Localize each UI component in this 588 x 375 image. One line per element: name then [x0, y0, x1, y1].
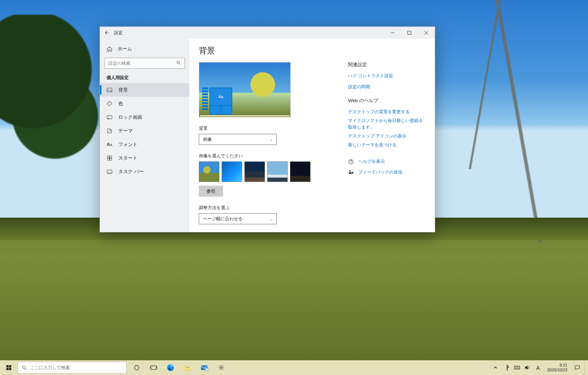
themes-icon: [107, 128, 112, 134]
system-tray: A 9:21 2020/10/23: [494, 360, 588, 375]
task-view-button[interactable]: [146, 360, 162, 375]
start-button[interactable]: [0, 360, 18, 375]
clock-date: 2020/10/23: [547, 368, 567, 372]
palette-icon: [107, 101, 112, 107]
nav-label: テーマ: [118, 128, 133, 134]
category-label: 個人用設定: [100, 69, 189, 83]
back-arrow-icon: [104, 30, 109, 35]
svg-rect-13: [107, 172, 112, 174]
titlebar: 設定: [100, 27, 435, 39]
settings-window: 設定 ホーム 個人用設定 背景: [100, 26, 435, 232]
svg-rect-9: [110, 156, 112, 158]
clock[interactable]: 9:21 2020/10/23: [545, 363, 570, 372]
svg-rect-8: [107, 156, 109, 158]
related-panel: 関連設定 ハイ コントラスト設定 設定の同期 Web のヘルプ デスクトップの背…: [348, 45, 425, 225]
link-sync-settings[interactable]: 設定の同期: [348, 83, 425, 90]
background-label: 背景: [199, 125, 348, 132]
clock-time: 9:21: [547, 363, 567, 368]
edge-icon: [166, 364, 175, 372]
fit-label: 調整方法を選ぶ: [199, 205, 348, 211]
browse-button[interactable]: 参照: [199, 186, 223, 197]
ime-indicator[interactable]: A: [535, 365, 541, 371]
mail-icon: 1: [200, 364, 208, 371]
svg-point-16: [349, 170, 351, 172]
image-thumb-2[interactable]: [222, 161, 242, 182]
fit-dropdown[interactable]: ページ幅に合わせる ⌄: [199, 213, 277, 224]
close-icon: [424, 31, 428, 35]
svg-rect-7: [108, 118, 109, 118]
svg-point-5: [110, 102, 111, 103]
nav-label: フォント: [118, 141, 137, 148]
taskbar: ここに入力して検索 1 A 9:21 2020/10/23: [0, 360, 588, 375]
nav-themes[interactable]: テーマ: [100, 124, 189, 138]
notification-icon: [574, 365, 580, 371]
explorer-button[interactable]: [179, 360, 196, 375]
volume-icon[interactable]: [524, 365, 531, 370]
svg-point-30: [220, 367, 222, 369]
mail-button[interactable]: 1: [196, 360, 212, 375]
cortana-button[interactable]: [129, 360, 145, 375]
page-heading: 背景: [199, 45, 348, 56]
dropdown-value: ページ幅に合わせる: [203, 216, 243, 222]
background-type-dropdown[interactable]: 画像 ⌄: [199, 134, 277, 145]
home-button[interactable]: ホーム: [100, 42, 189, 56]
taskbar-search[interactable]: ここに入力して検索: [18, 362, 126, 374]
svg-rect-31: [514, 366, 520, 369]
svg-point-15: [351, 162, 351, 163]
nav-start[interactable]: スタート: [100, 151, 189, 165]
task-view-icon: [150, 365, 157, 371]
nav-fonts[interactable]: AA フォント: [100, 138, 189, 151]
svg-point-3: [108, 103, 109, 104]
start-icon: [107, 156, 112, 161]
image-thumb-5[interactable]: [290, 161, 311, 182]
nav-label: スタート: [118, 155, 137, 161]
cortana-icon: [133, 364, 140, 371]
edge-button[interactable]: [162, 360, 179, 375]
tray-overflow-button[interactable]: [494, 366, 500, 369]
battery-icon[interactable]: [504, 365, 510, 370]
get-help-link[interactable]: ヘルプを表示: [348, 158, 425, 165]
maximize-button[interactable]: [401, 27, 418, 39]
choose-image-label: 画像を選んでください: [199, 153, 348, 159]
windows-logo-icon: [6, 365, 12, 371]
minimize-button[interactable]: [384, 27, 401, 39]
show-desktop-button[interactable]: [584, 360, 587, 375]
image-thumbnails: [199, 161, 348, 182]
link-change-bg[interactable]: デスクトップの背景を変更する: [348, 108, 425, 115]
nav-label: ロック画面: [118, 114, 142, 121]
taskbar-search-placeholder: ここに入力して検索: [30, 365, 70, 371]
settings-search-input[interactable]: [104, 58, 185, 69]
action-center-button[interactable]: [573, 360, 581, 375]
image-thumb-4[interactable]: [267, 161, 288, 182]
nav-lockscreen[interactable]: ロック画面: [100, 110, 189, 124]
link-find-themes[interactable]: 新しいテーマを見つける: [348, 142, 425, 148]
svg-rect-25: [184, 367, 191, 370]
web-help-heading: Web のヘルプ: [348, 97, 425, 104]
svg-rect-11: [110, 158, 112, 160]
gear-icon: [218, 364, 225, 371]
nav-label: 色: [118, 100, 123, 107]
folder-icon: [184, 364, 191, 371]
link-high-contrast[interactable]: ハイ コントラスト設定: [348, 72, 425, 79]
feedback-label: フィードバックの送信: [358, 169, 402, 175]
image-thumb-3[interactable]: [244, 161, 265, 182]
taskbar-icon: [107, 169, 112, 175]
feedback-icon: [348, 169, 354, 175]
settings-taskbar-button[interactable]: [213, 360, 229, 375]
search-icon: [22, 365, 27, 371]
close-button[interactable]: [418, 27, 435, 39]
image-thumb-1[interactable]: [199, 161, 219, 182]
svg-rect-0: [408, 31, 411, 35]
preview-aa: Aa: [210, 88, 232, 105]
feedback-link[interactable]: フィードバックの送信: [348, 169, 425, 175]
svg-rect-19: [6, 368, 8, 370]
network-icon[interactable]: [514, 365, 521, 370]
nav-background[interactable]: 背景: [100, 83, 189, 97]
nav-taskbar[interactable]: タスク バー: [100, 165, 189, 178]
svg-text:1: 1: [206, 368, 207, 371]
link-daily-wallpaper[interactable]: マイクロソフトから毎日新しい壁紙を取得します。: [348, 117, 425, 131]
help-icon: [348, 159, 354, 165]
nav-colors[interactable]: 色: [100, 97, 189, 110]
back-button[interactable]: [101, 28, 112, 38]
link-desktop-icons[interactable]: デスクトップ アイコンの表示: [348, 133, 425, 139]
